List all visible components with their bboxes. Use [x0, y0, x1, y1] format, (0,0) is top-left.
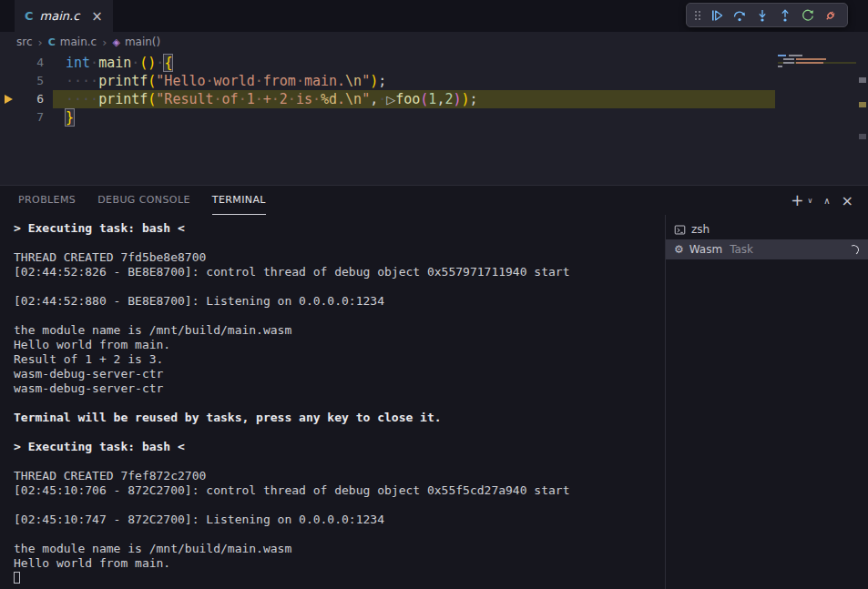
tab-bar: C main.c ×: [0, 0, 868, 32]
overview-ruler: [857, 52, 868, 185]
editor-line: 6····printf("Result·of·1·+·2·is·%d.\n",·…: [0, 90, 868, 108]
terminal-line: [14, 425, 665, 440]
terminal-line: Hello world from main.: [14, 556, 665, 571]
panel-header: PROBLEMS DEBUG CONSOLE TERMINAL + ∨ ∧ ×: [0, 186, 868, 215]
line-number: 4: [0, 54, 44, 72]
gripper-icon[interactable]: [693, 8, 702, 23]
terminal-line: Result of 1 + 2 is 3.: [14, 352, 665, 367]
bottom-panel: PROBLEMS DEBUG CONSOLE TERMINAL + ∨ ∧ × …: [0, 185, 868, 589]
terminal-line: [14, 309, 665, 323]
breadcrumb-file[interactable]: main.c: [60, 36, 97, 48]
c-file-icon: C: [25, 9, 34, 23]
line-number: 7: [0, 108, 44, 127]
terminal-line: [14, 498, 665, 513]
step-over-button[interactable]: [730, 5, 750, 25]
code-lines: 4int·main·()·{5····printf("Hello·world·f…: [0, 52, 868, 185]
chevron-right-icon: ›: [38, 36, 43, 49]
editor-line: 5····printf("Hello·world·from·main.\n");: [0, 72, 868, 90]
breadcrumb: src › C main.c › ◈ main(): [0, 32, 868, 52]
editor-line: 7}: [0, 108, 868, 127]
code-editor[interactable]: 4int·main·()·{5····printf("Hello·world·f…: [0, 52, 868, 185]
disconnect-button[interactable]: [821, 5, 841, 25]
editor-line: 4int·main·()·{: [0, 54, 868, 72]
panel-actions: + ∨ ∧ ×: [791, 192, 853, 209]
terminal-line: > Executing task: bash <: [14, 221, 665, 236]
terminal-line: [02:44:52:880 - BE8E8700]: Listening on …: [14, 294, 665, 309]
symbol-method-icon: ◈: [112, 36, 119, 48]
step-out-button[interactable]: [775, 5, 795, 25]
terminal-line: [14, 454, 665, 469]
debug-current-line-arrow-icon: [5, 95, 13, 104]
terminal-tabs-list: zsh ⚙ Wasm Task: [665, 215, 868, 589]
tab-debug-console[interactable]: DEBUG CONSOLE: [97, 186, 190, 215]
ruler-marker: [859, 102, 866, 107]
terminal-line: THREAD CREATED 7fd5be8e8700: [14, 250, 665, 265]
terminal-line: > Executing task: bash <: [14, 440, 665, 454]
tab-close-icon[interactable]: ×: [91, 8, 103, 25]
tab-main-c[interactable]: C main.c ×: [15, 0, 113, 32]
restart-button[interactable]: [798, 5, 818, 25]
terminal-line: wasm-debug-server-ctr: [14, 381, 665, 396]
terminal-tab-wasm-task[interactable]: ⚙ Wasm Task: [666, 239, 868, 259]
minimap[interactable]: [778, 52, 856, 125]
tab-label: main.c: [40, 9, 80, 23]
terminal-cursor: [14, 572, 20, 584]
terminal-line: [14, 236, 665, 250]
c-file-icon: C: [48, 36, 56, 48]
terminal-line: wasm-debug-server-ctr: [14, 367, 665, 381]
terminal-tab-zsh[interactable]: zsh: [666, 219, 868, 239]
tools-icon: ⚙: [674, 243, 684, 256]
terminal-line: the module name is /mnt/build/main.wasm: [14, 542, 665, 556]
step-into-button[interactable]: [752, 5, 772, 25]
terminal-tab-detail: Task: [730, 243, 753, 256]
ruler-marker: [859, 134, 866, 139]
terminal-output[interactable]: > Executing task: bash < THREAD CREATED …: [0, 215, 665, 589]
terminal-line: [14, 396, 665, 411]
terminal-line: [14, 527, 665, 542]
terminal-line: [02:44:52:826 - BE8E8700]: control threa…: [14, 265, 665, 279]
panel-body: > Executing task: bash < THREAD CREATED …: [0, 215, 868, 589]
tab-terminal[interactable]: TERMINAL: [212, 186, 266, 215]
terminal-profile-dropdown-icon[interactable]: ∨: [807, 197, 812, 205]
close-panel-icon[interactable]: ×: [842, 192, 853, 209]
terminal-line: the module name is /mnt/build/main.wasm: [14, 323, 665, 338]
maximize-panel-icon[interactable]: ∧: [823, 196, 830, 206]
continue-button[interactable]: [707, 5, 727, 25]
terminal-line: [14, 571, 665, 585]
terminal-line: THREAD CREATED 7fef872c2700: [14, 469, 665, 483]
new-terminal-button[interactable]: +: [791, 193, 803, 208]
terminal-line: [02:45:10:747 - 872C2700]: Listening on …: [14, 513, 665, 527]
terminal-line: [02:45:10:706 - 872C2700]: control threa…: [14, 483, 665, 498]
terminal-line: [14, 279, 665, 294]
ruler-marker: [859, 77, 866, 83]
breadcrumb-symbol[interactable]: main(): [125, 36, 160, 48]
terminal-line: Terminal will be reused by tasks, press …: [14, 411, 665, 425]
line-number: 5: [0, 72, 44, 90]
terminal-line: Hello world from main.: [14, 338, 665, 352]
chevron-right-icon: ›: [102, 36, 107, 49]
debug-toolbar: [686, 3, 848, 27]
breadcrumb-folder[interactable]: src: [16, 36, 33, 48]
terminal-tab-label: zsh: [691, 223, 710, 236]
tab-problems[interactable]: PROBLEMS: [18, 186, 76, 215]
terminal-icon: [674, 224, 686, 236]
loading-spinner-icon: [848, 243, 860, 255]
terminal-tab-label: Wasm: [689, 243, 722, 256]
